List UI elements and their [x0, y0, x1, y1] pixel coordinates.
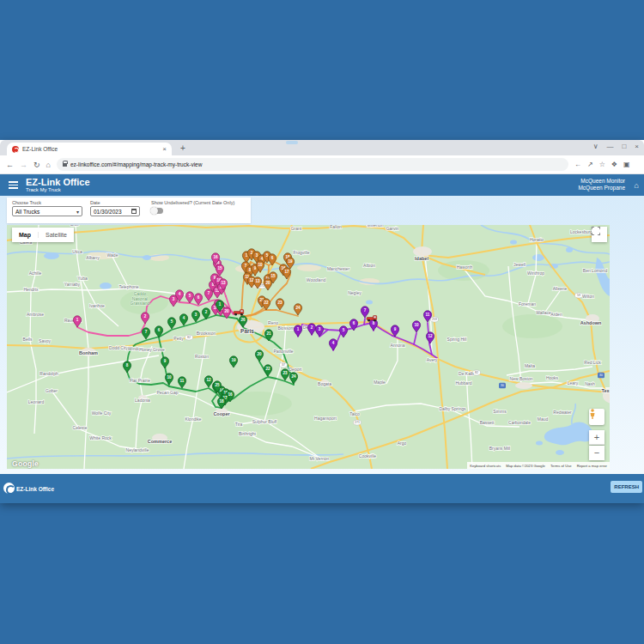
back-button[interactable]: ← [6, 161, 14, 169]
town-label: Spring Hill [447, 337, 467, 342]
highway-shield: 37 [279, 362, 287, 368]
browser-home-button[interactable]: ⌂ [46, 161, 51, 169]
town-label: De Kalb [459, 371, 474, 376]
pegman-icon [589, 409, 596, 420]
svg-text:10: 10 [414, 323, 419, 327]
footer-brand: EZ-Link Office [16, 486, 54, 492]
maximize-button[interactable]: □ [622, 143, 626, 150]
undelivered-label: Show Undelivered? (Current Date Only) [151, 200, 247, 205]
tab-close-icon[interactable]: × [162, 145, 167, 153]
svg-text:30: 30 [501, 384, 504, 387]
town-label: Woodland [307, 277, 326, 283]
svg-text:11: 11 [426, 313, 430, 317]
google-map[interactable]: 82822717025959271373030CaleraBlueBenning… [7, 225, 610, 469]
town-label: Alleene [553, 286, 568, 291]
map-type-button[interactable]: Map [12, 232, 38, 238]
footer-logo-icon [3, 483, 15, 494]
extensions-icon[interactable]: ❖ [611, 161, 617, 168]
svg-text:1: 1 [219, 302, 222, 307]
undelivered-toggle[interactable] [151, 208, 163, 214]
svg-text:19: 19 [288, 259, 293, 264]
urban-area [515, 382, 532, 389]
map-canvas[interactable]: 82822717025959271373030CaleraBlueBenning… [7, 225, 610, 469]
truck-select[interactable]: All Trucks ▾ [12, 206, 82, 216]
town-label: Bonham [79, 350, 98, 355]
svg-text:3: 3 [173, 297, 175, 301]
svg-text:12: 12 [428, 334, 433, 338]
town-label: Yuba [77, 276, 88, 281]
google-logo: Google [12, 459, 39, 468]
town-label: Blue [70, 225, 79, 227]
grassland-area [438, 260, 489, 281]
zoom-out-button[interactable]: − [589, 446, 605, 460]
svg-text:24: 24 [295, 306, 301, 310]
town-label: Honey Grove [139, 347, 165, 352]
date-input[interactable]: 01/30/2023 [90, 206, 140, 216]
town-label: Albion [363, 263, 375, 268]
keyboard-shortcuts-link[interactable]: Keyboard shortcuts [467, 462, 503, 469]
menu-toggle-icon[interactable] [9, 181, 18, 189]
filter-panel: Choose Truck All Trucks ▾ Date 01/30/202… [7, 197, 251, 223]
svg-text:8: 8 [373, 321, 375, 325]
browser-tab[interactable]: EZ-Link Office × [7, 143, 172, 155]
svg-text:37: 37 [282, 363, 285, 367]
forward-button[interactable]: → [20, 161, 27, 169]
svg-text:21: 21 [266, 331, 271, 336]
town-label: Maud [538, 416, 549, 422]
account-company: McQueen Propane [578, 185, 625, 191]
map-attribution: Keyboard shortcuts Map data ©2023 Google… [467, 462, 610, 469]
close-button[interactable]: × [635, 143, 639, 150]
interstate-shield: 30 [598, 373, 605, 378]
page-content: Choose Truck All Trucks ▾ Date 01/30/202… [0, 196, 644, 474]
tab-group-icon[interactable]: ▣ [623, 161, 630, 168]
lake [556, 450, 564, 455]
svg-text:22: 22 [265, 367, 270, 371]
lake [536, 441, 543, 446]
town-label: Bryans Mill [489, 446, 510, 451]
svg-text:13: 13 [255, 279, 260, 283]
bookmark-star-icon[interactable]: ☆ [599, 161, 605, 168]
svg-text:82: 82 [475, 371, 478, 374]
truck-select-value: All Trucks [15, 209, 39, 215]
svg-text:259: 259 [432, 318, 437, 321]
pegman-control[interactable] [589, 409, 605, 425]
tab-search-icon[interactable]: ∨ [593, 143, 598, 150]
town-label: Fallon [330, 225, 342, 229]
town-label: Grant [291, 226, 302, 231]
svg-text:7: 7 [364, 308, 367, 313]
report-error-link[interactable]: Report a map error [574, 462, 610, 469]
svg-text:1: 1 [76, 318, 79, 322]
town-label: Nash [585, 381, 595, 386]
town-label: Annona [390, 343, 404, 348]
svg-text:20: 20 [265, 281, 270, 285]
terms-link[interactable]: Terms of Use [548, 462, 574, 469]
refresh-button[interactable]: REFRESH [611, 481, 642, 493]
address-bar[interactable]: ez-linkoffice.com/#/mapping/map-track-my… [57, 158, 568, 171]
town-label: Leary [568, 380, 579, 386]
map-data-credit: Map data ©2023 Google [503, 462, 548, 469]
svg-text:3: 3 [319, 327, 321, 331]
reading-list-icon[interactable]: ← [574, 161, 581, 168]
town-label: Wilton [582, 294, 594, 299]
town-label: Deport [289, 367, 302, 372]
svg-text:13: 13 [221, 281, 226, 285]
reload-button[interactable]: ↻ [33, 161, 40, 169]
minimize-button[interactable]: — [606, 143, 613, 150]
app-header: EZ-Link Office Track My Truck McQueen Mo… [0, 174, 644, 196]
new-tab-button[interactable]: + [180, 143, 185, 154]
svg-text:59: 59 [577, 294, 580, 297]
fullscreen-button[interactable] [592, 227, 607, 242]
svg-text:10: 10 [258, 263, 263, 267]
browser-window: EZ-Link Office × + ∨ — □ × ← → ↻ ⌂ ez-li… [0, 140, 644, 503]
share-icon[interactable]: ↗ [587, 161, 593, 168]
svg-text:17: 17 [284, 270, 289, 274]
app-home-icon[interactable]: ⌂ [635, 181, 639, 190]
satellite-type-button[interactable]: Satellite [38, 232, 74, 238]
town-label: Mt Vernon [310, 456, 330, 461]
lake [100, 283, 112, 289]
town-label: Cookville [359, 453, 377, 459]
tab-strip: EZ-Link Office × + ∨ — □ × [0, 140, 644, 155]
zoom-in-button[interactable]: + [589, 430, 605, 445]
svg-text:7: 7 [145, 330, 148, 334]
town-label: Haworth [457, 264, 473, 270]
